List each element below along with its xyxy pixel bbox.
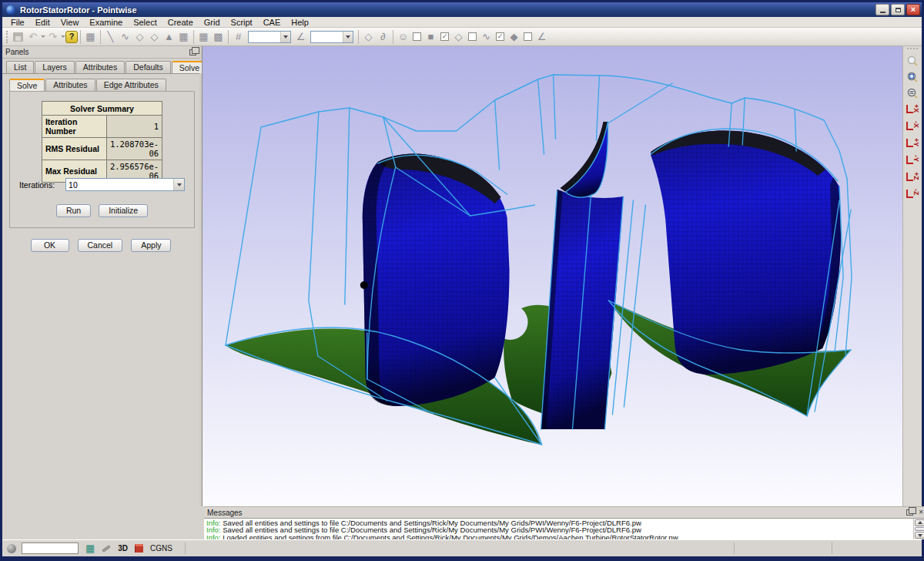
minimize-button[interactable] [875,4,889,15]
solve-subtabs: Solve Attributes Edge Attributes [2,74,199,91]
combo-arrow[interactable] [173,179,184,190]
grid-dimension-combo[interactable] [248,31,291,43]
chevron-down-icon [346,35,350,39]
menu-file[interactable]: File [5,17,30,28]
view-plus-y-button[interactable]: +Y [904,136,921,153]
view-toolbar: +X -X +Y -Y +Z -Z [902,46,922,506]
solver-summary-title: Solver Summary [42,102,162,116]
derivative-button[interactable]: ∂ [376,29,390,44]
view-plus-x-button[interactable]: +X [904,102,921,119]
create-block-button[interactable]: ▦ [176,29,191,44]
show-domains-button[interactable]: ◇ [451,29,466,44]
panels-sidebar: Panels List Layers Attributes Defaults S… [2,46,202,506]
float-messages-icon[interactable] [906,509,913,516]
show-angles-button[interactable]: ∠ [534,29,549,44]
status-field[interactable] [22,543,79,554]
menu-create[interactable]: Create [162,17,199,28]
angle-value [311,32,343,42]
scroll-up-button[interactable] [915,519,924,526]
chevron-down-icon [283,35,288,39]
menu-edit[interactable]: Edit [30,17,55,28]
view-minus-z-button[interactable]: -Z [904,186,921,203]
rms-residual-value: 1.208703e-06 [106,138,162,160]
menu-grid[interactable]: Grid [199,17,226,28]
tab-layers[interactable]: Layers [35,61,75,73]
close-button[interactable]: × [906,4,920,15]
restore-button[interactable] [891,4,905,15]
angle-combo[interactable] [310,31,353,43]
redo-button[interactable]: ↷ [45,29,60,44]
toolbar-separator [193,30,194,44]
connectors-visibility-checkbox[interactable]: ✓ [496,32,504,41]
cancel-button[interactable]: Cancel [78,239,123,252]
scroll-down-icon [918,534,922,537]
menu-cae[interactable]: CAE [258,17,286,28]
log-text: Loaded entities and settings from file C… [221,533,678,539]
toolbar-separator [393,30,393,44]
viewport-3d[interactable] [202,46,902,506]
domains-visibility-checkbox[interactable] [468,32,477,41]
show-database-button[interactable]: ☺ [396,29,410,44]
combo-arrow[interactable] [280,32,290,42]
subtab-edge-attributes[interactable]: Edge Attributes [96,79,166,91]
view-label: +X [912,104,920,113]
selected-point-marker[interactable] [360,281,368,289]
menu-script[interactable]: Script [226,17,258,28]
undo-button[interactable]: ↶ [25,29,40,44]
create-spline-button[interactable]: ∿ [118,29,132,44]
subtab-solve[interactable]: Solve [9,79,45,91]
structured-grid-button[interactable]: ▦ [196,29,211,44]
scroll-thumb[interactable] [915,527,924,532]
spacings-visibility-checkbox[interactable] [524,32,532,41]
title-bar: RotorStatorRotor - Pointwise × [2,2,922,17]
tab-list[interactable]: List [6,61,34,73]
layers-button[interactable]: ▦ [83,29,98,44]
messages-scrollbar[interactable] [913,519,924,539]
status-bar: ▦ 3D CGNS [2,539,922,556]
app-window: RotorStatorRotor - Pointwise × File Edit… [0,0,924,561]
ok-button[interactable]: OK [31,239,69,252]
run-button[interactable]: Run [56,204,91,217]
show-blocks-button[interactable]: ■ [424,29,438,44]
scroll-down-button[interactable] [915,532,924,539]
iterations-value: 10 [66,179,173,190]
view-toolbar-grip[interactable] [907,48,918,51]
combo-arrow[interactable] [343,32,353,42]
iteration-number-label: Iteration Number [42,116,106,138]
zoom-box-button[interactable] [904,69,921,86]
view-minus-y-button[interactable]: -Y [904,153,921,170]
view-plus-z-button[interactable]: +Z [904,170,921,186]
menu-select[interactable]: Select [128,17,162,28]
view-label: +Y [912,138,920,147]
menu-examine[interactable]: Examine [84,17,128,28]
create-domain-button[interactable]: ◇ [132,29,147,44]
initialize-button[interactable]: Initialize [99,204,148,217]
help-button[interactable]: ? [65,31,78,43]
float-panel-icon[interactable] [189,49,196,55]
zoom-in-button[interactable] [904,53,921,69]
subtab-attributes[interactable]: Attributes [45,79,95,91]
tab-defaults[interactable]: Defaults [126,61,171,73]
toolbar-grip[interactable] [6,31,8,43]
blocks-visibility-checkbox[interactable]: ✓ [440,32,449,41]
view-minus-x-button[interactable]: -X [904,119,921,136]
database-visibility-checkbox[interactable] [413,32,421,41]
menu-help[interactable]: Help [286,17,314,28]
toolbar-separator [228,30,229,44]
show-connectors-button[interactable]: ∿ [479,29,494,44]
tab-attributes[interactable]: Attributes [75,61,125,73]
solve-button[interactable]: ◇ [361,29,376,44]
menu-view[interactable]: View [55,17,85,28]
create-curve-button[interactable]: ╲ [103,29,118,44]
zoom-extents-button[interactable] [904,86,921,102]
iterations-combo[interactable]: 10 [65,178,185,191]
create-fan-button[interactable]: ▲ [162,29,176,44]
show-spacings-button[interactable]: ◆ [507,29,521,44]
save-button[interactable] [11,29,25,44]
close-messages-icon[interactable]: × [919,509,923,516]
unstructured-grid-button[interactable]: ▩ [211,29,226,44]
create-surface-button[interactable]: ◇ [147,29,162,44]
rms-residual-label: RMS Residual [42,138,106,160]
apply-button[interactable]: Apply [131,239,171,252]
iterations-label: Iterations: [19,180,55,190]
